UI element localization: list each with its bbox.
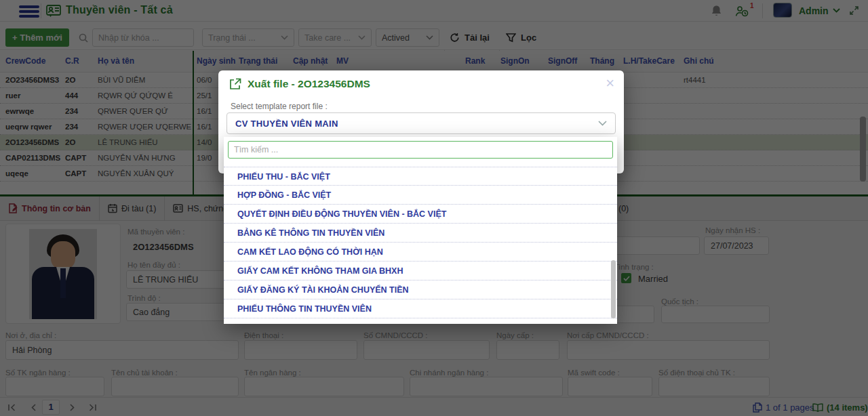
modal-close-icon[interactable]: × [606,76,614,91]
chevron-down-icon [598,121,607,126]
modal-title: Xuất file - 2O123456DMS [248,78,370,90]
template-option[interactable]: CAM KẾT LAO ĐỘNG CÓ THỜI HẠN [224,243,617,262]
template-option[interactable]: GIẤY CAM KẾT KHÔNG THAM GIA BHXH [224,262,617,280]
template-option[interactable]: HỢP ĐỒNG - BẮC VIỆT [224,186,617,205]
export-icon [229,78,241,90]
app-screen: Thuyền viên - Tất cả 1 Admin + Thêm mới … [0,0,868,416]
template-option[interactable]: BẢNG KÊ THÔNG TIN THUYỀN VIÊN [224,224,617,243]
template-option[interactable]: PHIẾU THU - BẮC VIỆT [224,167,617,186]
template-select-label: Select template report file : [231,102,328,111]
template-option[interactable]: QUYẾT ĐỊNH ĐIỀU ĐỘNG THUYỀN VIÊN - BẮC V… [224,205,617,224]
modal-header: Xuất file - 2O123456DMS [218,70,624,98]
template-option[interactable]: GIẤY ĐĂNG KÝ TÀI KHOẢN CHUYỂN TIỀN [224,280,617,299]
template-search-input[interactable] [228,141,613,159]
template-select[interactable]: CV THUYỀN VIÊN MAIN [226,112,616,134]
popup-scrollbar-thumb[interactable] [611,260,616,318]
template-option-list: PHIẾU THU - BẮC VIỆT HỢP ĐỒNG - BẮC VIỆT… [224,167,617,318]
template-option[interactable]: PHIẾU THÔNG TIN THUYỀN VIÊN [224,299,617,318]
template-dropdown-popup: PHIẾU THU - BẮC VIỆT HỢP ĐỒNG - BẮC VIỆT… [224,137,617,324]
